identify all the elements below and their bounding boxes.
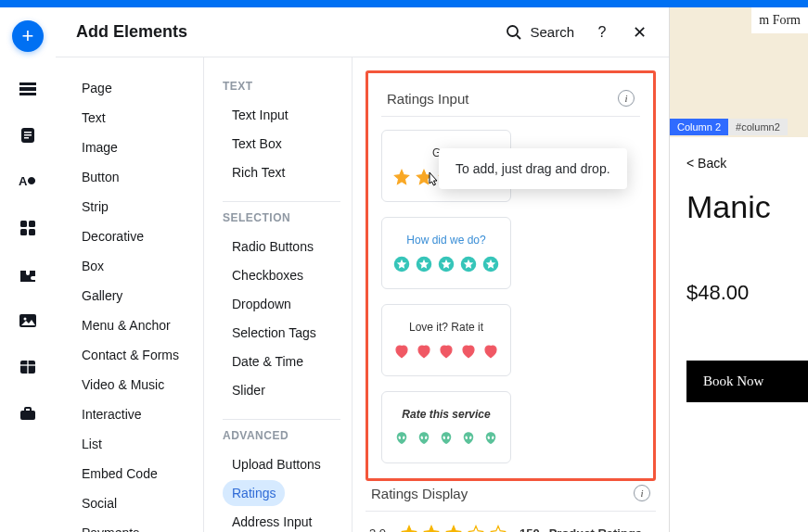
info-icon[interactable]: i [634,485,650,501]
search-label: Search [530,24,574,40]
subcategories-list: TEXT Text InputText BoxRich Text SELECTI… [204,57,353,532]
category-item[interactable]: Strip [72,193,118,221]
category-item[interactable]: List [72,430,111,458]
page-icon[interactable] [19,126,37,145]
subcategory-item[interactable]: Upload Buttons [223,451,330,477]
section-title: Ratings Input [387,91,468,107]
category-item[interactable]: Video & Music [72,371,173,399]
category-item[interactable]: Gallery [72,282,132,310]
back-link[interactable]: < Back [686,156,808,171]
book-now-button[interactable]: Book Now [686,361,808,402]
score-value: 3.0 [369,526,391,533]
column-id-chip[interactable]: #column2 [728,119,788,135]
data-icon[interactable] [19,358,37,376]
search-button[interactable]: Search [506,24,574,41]
panel-title: Add Elements [76,22,487,42]
preset-label: Love it? Rate it [409,321,483,334]
svg-rect-2 [19,93,36,95]
category-item[interactable]: Payments [72,519,148,532]
svg-rect-0 [19,82,36,85]
desc-label: Product Ratings [549,526,642,533]
category-item[interactable]: Box [72,252,113,280]
ratings-input-section: Ratings Input i To add, just drag and dr… [366,70,656,481]
canvas-form-label: m Form [751,7,808,33]
subcategory-item[interactable]: Text Box [223,131,291,157]
svg-rect-9 [29,221,35,227]
product-price: $48.00 [686,281,808,305]
business-icon[interactable] [19,404,37,423]
category-item[interactable]: Button [72,163,128,191]
category-item[interactable]: Embed Code [72,460,167,488]
svg-rect-11 [29,229,35,235]
svg-text:A: A [19,174,28,188]
category-item[interactable]: Image [72,133,127,161]
subcategory-item[interactable]: Date & Time [223,348,313,374]
info-icon[interactable]: i [618,90,635,107]
category-item[interactable]: Page [72,74,122,102]
rating-input-preset[interactable]: How did we do? [381,217,511,289]
svg-rect-18 [25,408,31,412]
styles-icon[interactable]: A [19,172,37,191]
category-item[interactable]: Menu & Anchor [72,311,180,339]
categories-list: PageTextImageButtonStripDecorativeBoxGal… [56,57,204,532]
subcategory-item[interactable]: Text Input [223,102,298,128]
svg-rect-5 [24,134,32,136]
media-icon[interactable] [19,311,37,330]
svg-point-19 [507,26,518,36]
section-title: Ratings Display [371,486,468,501]
svg-line-20 [517,35,520,39]
cursor-icon [424,171,441,189]
subcategory-item[interactable]: Ratings [223,480,285,506]
subcategory-item[interactable]: Selection Tags [223,320,326,346]
subcategory-item[interactable]: Rich Text [223,159,294,185]
svg-point-13 [24,318,27,321]
add-button[interactable]: + [12,20,44,52]
svg-rect-10 [20,229,27,235]
preset-label: How did we do? [406,234,485,247]
subcategory-item[interactable]: Radio Buttons [223,234,323,260]
section-icon[interactable] [19,80,37,98]
group-label-advanced: ADVANCED [223,429,340,442]
preset-label: Rate this service [402,408,490,421]
group-label-selection: SELECTION [223,211,340,224]
svg-rect-1 [19,87,36,91]
rating-input-preset[interactable]: Love it? Rate it [381,304,511,376]
plugin-icon[interactable] [19,265,37,284]
canvas-preview: m Form Column 2 #column2 < Back Manic $4… [669,7,808,532]
svg-rect-6 [24,137,29,139]
product-title: Manic [686,189,808,225]
category-item[interactable]: Contact & Forms [72,341,188,369]
category-item[interactable]: Text [72,104,115,132]
rating-input-preset[interactable]: Rate this service [381,391,511,463]
category-item[interactable]: Decorative [72,222,153,250]
apps-icon[interactable] [19,219,37,237]
count-value: 150 [519,526,540,533]
drag-tooltip: To add, just drag and drop. [439,148,627,189]
group-label-text: TEXT [223,80,340,93]
svg-rect-8 [20,221,27,227]
subcategory-item[interactable]: Dropdown [223,291,301,317]
subcategory-item[interactable]: Address Input [223,509,321,532]
column-chip[interactable]: Column 2 [670,119,728,135]
help-icon[interactable]: ? [593,24,611,41]
category-item[interactable]: Social [72,489,126,517]
subcategory-item[interactable]: Slider [223,377,275,403]
category-item[interactable]: Interactive [72,400,151,428]
search-icon [506,24,522,41]
svg-rect-4 [24,132,32,133]
rating-display-row[interactable]: 3.0150Product Ratings [369,525,652,532]
subcategory-item[interactable]: Checkboxes [223,262,313,288]
close-icon[interactable]: ✕ [630,22,648,43]
